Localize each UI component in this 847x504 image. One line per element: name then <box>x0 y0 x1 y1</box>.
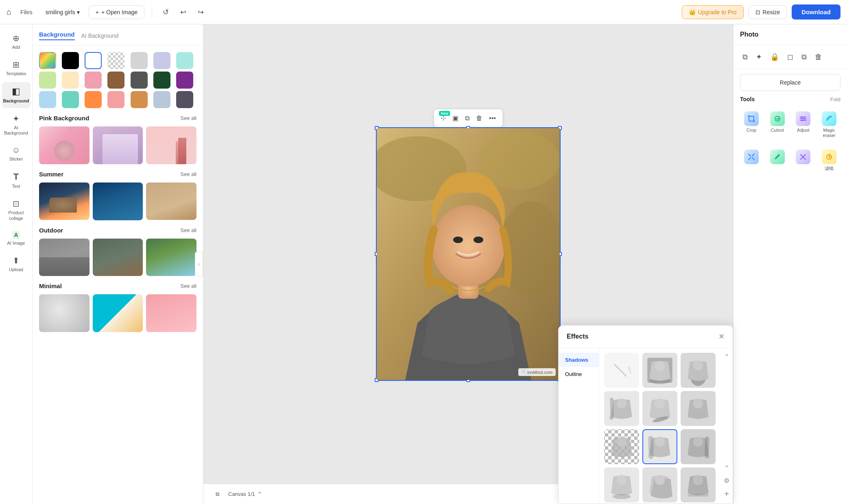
resize-button[interactable]: ⊡ Resize <box>749 5 787 19</box>
filter-tool[interactable]: 滤镜 <box>818 146 840 175</box>
sidebar-item-text[interactable]: T Text <box>2 167 31 193</box>
refresh-icon[interactable]: ↺ <box>159 4 172 20</box>
swatch-charcoal[interactable] <box>176 91 193 108</box>
swatch-teal[interactable] <box>62 91 79 108</box>
bg-thumb-summer3[interactable] <box>146 182 196 220</box>
bg-thumb-pink1[interactable] <box>39 126 90 164</box>
sidebar-item-templates[interactable]: ⊞ Templates <box>2 56 31 80</box>
home-icon[interactable]: ⌂ <box>7 7 11 17</box>
outdoor-see-all[interactable]: See all <box>180 227 196 233</box>
effect-shadow4[interactable] <box>642 391 677 426</box>
minimal-see-all[interactable]: See all <box>180 283 196 289</box>
swatch-skyblue[interactable] <box>39 91 56 108</box>
summer-see-all[interactable]: See all <box>180 171 196 177</box>
canvas-crop-button[interactable]: ▣ <box>450 112 461 124</box>
tab-ai-background[interactable]: AI Background <box>81 33 119 39</box>
delete-button[interactable]: 🗑 <box>474 112 485 124</box>
pink-background-see-all[interactable]: See all <box>180 115 196 121</box>
swatch-white[interactable] <box>85 52 102 69</box>
transform-tool[interactable] <box>792 146 815 175</box>
swatch-steelblue[interactable] <box>153 91 170 108</box>
swatch-transparent[interactable] <box>107 52 124 69</box>
bg-thumb-outdoor1[interactable] <box>39 239 90 276</box>
scroll-down-button[interactable]: ⌄ <box>723 459 731 470</box>
sidebar-item-background[interactable]: ◧ Background <box>2 82 31 108</box>
bg-thumb-minimal1[interactable] <box>39 294 90 332</box>
bg-thumb-minimal2[interactable] <box>93 294 143 332</box>
effect-shadow1[interactable] <box>642 353 677 388</box>
swatch-gradient[interactable] <box>39 52 56 69</box>
effects-close-button[interactable]: ✕ <box>718 332 725 341</box>
swatch-orange[interactable] <box>85 91 102 108</box>
effect-shadow10[interactable] <box>642 467 677 502</box>
redo-icon[interactable]: ↪ <box>194 4 207 20</box>
bg-thumb-summer1[interactable] <box>39 182 90 220</box>
layers-button[interactable]: ⧉ <box>212 489 223 500</box>
swatch-lightgreen[interactable] <box>39 72 56 89</box>
trash-tool-icon[interactable]: 🗑 <box>812 50 825 64</box>
swatch-lavender[interactable] <box>153 52 170 69</box>
canvas-image-container[interactable]: ♡ insMind.com <box>376 127 561 381</box>
layers-tool-icon[interactable]: ⧉ <box>740 50 750 64</box>
add-effect-button[interactable]: + <box>723 488 731 500</box>
swatch-tan[interactable] <box>131 91 148 108</box>
project-selector[interactable]: smiling girls ▾ <box>41 7 84 18</box>
bg-thumb-outdoor3[interactable] <box>146 239 196 276</box>
bg-thumb-minimal3[interactable] <box>146 294 196 332</box>
open-image-button[interactable]: + + Open Image <box>89 5 144 19</box>
lock-tool-icon[interactable]: 🔒 <box>768 50 782 64</box>
effects-tab-shadows[interactable]: Shadows <box>559 353 599 367</box>
bg-thumb-pink2[interactable] <box>93 126 143 164</box>
swatch-black[interactable] <box>62 52 79 69</box>
magic-tool-icon[interactable]: ✦ <box>753 50 764 64</box>
effect-shadow3[interactable] <box>604 391 639 426</box>
pen-tool[interactable] <box>766 146 789 175</box>
sidebar-item-ai-background[interactable]: ✦ AI Background <box>2 110 31 140</box>
fold-button[interactable]: Fold <box>830 96 840 102</box>
panel-collapse-button[interactable]: ‹ <box>195 252 203 276</box>
swatch-purple[interactable] <box>176 72 193 89</box>
files-link[interactable]: Files <box>16 7 37 18</box>
effects-tab-outline[interactable]: Outline <box>559 367 599 381</box>
sidebar-item-product-collage[interactable]: ⊡ Product collage <box>2 195 31 225</box>
undo-icon[interactable]: ↩ <box>177 4 190 20</box>
duplicate-button[interactable]: ⧉ <box>463 112 472 124</box>
effect-shadow7[interactable] <box>642 429 677 464</box>
cutout-tool[interactable]: Cutout <box>766 107 789 142</box>
more-options-button[interactable]: ••• <box>487 112 498 124</box>
adjust-tool[interactable]: Adjust <box>792 107 815 142</box>
settings-button[interactable]: ⚙ <box>722 475 731 486</box>
magic-eraser-tool[interactable]: Magic eraser <box>818 107 840 142</box>
swatch-mint[interactable] <box>176 52 193 69</box>
swatch-darkgray[interactable] <box>131 72 148 89</box>
expand-tool[interactable] <box>740 146 763 175</box>
crop-tool[interactable]: Crop <box>740 107 763 142</box>
shape-tool-icon[interactable]: ◻ <box>785 50 796 64</box>
effect-shadow9[interactable] <box>604 467 639 502</box>
swatch-lightgray[interactable] <box>131 52 148 69</box>
swatch-peach[interactable] <box>62 72 79 89</box>
sidebar-item-sticker[interactable]: ☺ Sticker <box>2 141 31 166</box>
effect-checker[interactable] <box>604 429 639 464</box>
swatch-pink[interactable] <box>85 72 102 89</box>
effect-none[interactable] <box>604 353 639 388</box>
scroll-up-button[interactable]: ⌃ <box>723 351 731 362</box>
effect-shadow5[interactable] <box>681 391 716 426</box>
sidebar-item-ai-image[interactable]: A AI Image <box>2 227 31 250</box>
bg-thumb-pink3[interactable] <box>146 126 196 164</box>
copy-tool-icon[interactable]: ⧉ <box>799 50 809 64</box>
bg-thumb-outdoor2[interactable] <box>93 239 143 276</box>
smart-select-button[interactable]: ⊹ New <box>438 112 448 124</box>
swatch-darkgreen[interactable] <box>153 72 170 89</box>
effect-shadow2[interactable] <box>681 353 716 388</box>
swatch-salmon[interactable] <box>107 91 124 108</box>
sidebar-item-upload[interactable]: ⬆ Upload <box>2 252 31 276</box>
upgrade-button[interactable]: 👑 Upgrade to Pro <box>682 5 744 19</box>
download-button[interactable]: Download <box>792 4 840 20</box>
sidebar-item-add[interactable]: ⊕ Add <box>2 29 31 54</box>
bg-thumb-summer2[interactable] <box>93 182 143 220</box>
tab-background[interactable]: Background <box>39 31 75 40</box>
replace-button[interactable]: Replace <box>740 74 840 91</box>
swatch-brown[interactable] <box>107 72 124 89</box>
effect-shadow11[interactable] <box>681 467 716 502</box>
